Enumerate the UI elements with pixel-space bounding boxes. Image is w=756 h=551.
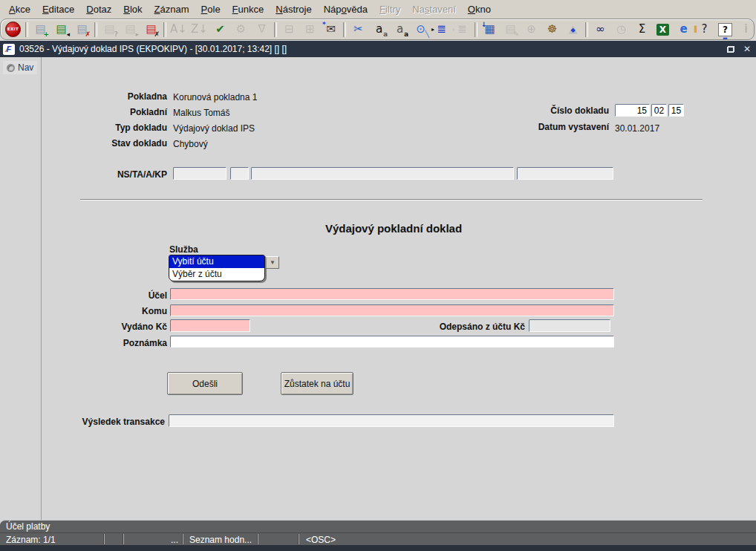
list-of-values-indicator: Seznam hodn... bbox=[189, 535, 252, 545]
ta-field-input[interactable] bbox=[230, 167, 249, 180]
pokladna-label: Pokladna bbox=[19, 91, 167, 102]
toolbar-separator bbox=[585, 22, 588, 37]
restore-icon bbox=[727, 46, 734, 53]
wrench-icon[interactable]: ⚙ bbox=[232, 22, 250, 38]
menu-okno[interactable]: Okno bbox=[462, 1, 497, 17]
vysledek-transakce-input[interactable] bbox=[169, 414, 614, 427]
sluzba-option-2[interactable]: Výběr z účtu bbox=[169, 268, 264, 281]
odesli-button[interactable]: Odešli bbox=[167, 372, 243, 395]
typ-dokladu-value: Výdajový doklad IPS bbox=[173, 123, 255, 134]
ucel-label: Účel bbox=[19, 290, 167, 301]
status-separator bbox=[183, 534, 183, 544]
sort-descending-icon[interactable]: Z↓ bbox=[191, 22, 208, 38]
datum-vystaveni-value: 30.01.2017 bbox=[615, 123, 659, 134]
poznamka-input[interactable] bbox=[170, 336, 614, 348]
menu-funkce[interactable]: Funkce bbox=[227, 1, 270, 17]
status-message: Účel platby bbox=[6, 521, 50, 532]
list-of-values-icon[interactable]: ≣▸ bbox=[433, 22, 450, 38]
info-icon[interactable]: i bbox=[737, 22, 755, 38]
filter-funnel-icon[interactable]: ∇ bbox=[253, 22, 270, 38]
a-field-input[interactable] bbox=[251, 167, 514, 180]
window-titlebar: ⁄F 03526 - Výdajový doklad IPS (EKPOKIPV… bbox=[0, 41, 756, 57]
excel-export-icon[interactable]: X bbox=[654, 22, 671, 38]
toolbar-separator bbox=[163, 22, 166, 37]
browser-icon[interactable]: e bbox=[675, 22, 692, 38]
zoom-magnifier-icon[interactable]: ⊙╲ bbox=[412, 22, 429, 38]
helm-wheel-icon[interactable]: ☸ bbox=[544, 22, 561, 38]
doc-number-part2-input[interactable] bbox=[651, 104, 667, 117]
exit-button[interactable]: EXIT bbox=[4, 22, 22, 38]
ucel-input[interactable] bbox=[170, 288, 614, 300]
help-boxed-icon[interactable]: ?▂ bbox=[717, 22, 734, 38]
menu-nastroje[interactable]: Nástroje bbox=[270, 1, 317, 17]
menu-dotaz[interactable]: Dotaz bbox=[80, 1, 117, 17]
odepsano-input[interactable] bbox=[529, 319, 610, 332]
cut-scissors-icon[interactable]: ✂ bbox=[350, 22, 367, 38]
sluzba-label: Služba bbox=[169, 244, 244, 255]
toolbar-separator bbox=[343, 22, 346, 37]
status-message-bar: Účel platby bbox=[0, 520, 756, 532]
navigator-tab-label: Nav bbox=[18, 62, 33, 73]
vydano-kc-input[interactable] bbox=[170, 319, 250, 332]
menu-filtry[interactable]: Filtry bbox=[374, 1, 406, 17]
clock-icon[interactable]: ◷ bbox=[613, 22, 630, 38]
restore-window-button[interactable] bbox=[725, 44, 737, 55]
komu-input[interactable] bbox=[170, 304, 614, 316]
close-window-button[interactable]: ✕ bbox=[741, 44, 753, 55]
navigator-radio-icon bbox=[7, 64, 15, 72]
doc-number-part1-input[interactable] bbox=[615, 104, 650, 117]
menu-blok[interactable]: Blok bbox=[117, 1, 148, 17]
insert-record-icon[interactable]: ▤+ bbox=[32, 22, 49, 38]
horizontal-separator bbox=[80, 199, 703, 200]
forms-app-icon: ⁄F bbox=[3, 44, 15, 55]
ns-ta-a-kp-label: NS/TA/A/KP bbox=[19, 169, 167, 180]
save-record-icon[interactable]: ▤◂ bbox=[53, 22, 70, 38]
enter-query-icon[interactable]: ▤? bbox=[101, 22, 118, 38]
application-window: AkceEditaceDotazBlokZáznamPoleFunkceNást… bbox=[0, 0, 756, 551]
cancel-query-icon[interactable]: ▤✗ bbox=[143, 22, 160, 38]
help-values-icon[interactable]: ?▌ bbox=[696, 22, 713, 38]
menu-pole[interactable]: Pole bbox=[195, 1, 227, 17]
odepsano-label: Odepsáno z účtu Kč bbox=[371, 322, 525, 332]
edit-document-icon[interactable]: ▤✎ bbox=[502, 22, 519, 38]
alert-triangle-icon[interactable]: ▲◆ bbox=[564, 22, 581, 38]
globe-icon[interactable]: ⊕ bbox=[523, 22, 540, 38]
print-pages-icon[interactable]: ⊞ bbox=[302, 22, 319, 38]
toolbar-separator bbox=[274, 22, 277, 37]
sort-ascending-icon[interactable]: A↓ bbox=[170, 22, 187, 38]
delete-record-icon[interactable]: ▤✗ bbox=[74, 22, 91, 38]
menu-akce[interactable]: Akce bbox=[3, 1, 36, 17]
sum-sigma-icon[interactable]: Σ bbox=[633, 22, 651, 38]
mail-icon[interactable]: ✉* bbox=[322, 22, 339, 38]
clipboard-calendar-icon[interactable]: ▦↓ bbox=[481, 22, 498, 38]
toolbar-separator bbox=[94, 22, 97, 37]
execute-query-icon[interactable]: ▤▸ bbox=[122, 22, 139, 38]
datum-vystaveni-label: Datum vystavení bbox=[462, 122, 609, 132]
status-separator bbox=[123, 534, 124, 544]
tree-list-icon[interactable]: ≣▸ bbox=[454, 22, 471, 38]
navigator-tab[interactable]: Nav bbox=[3, 61, 37, 74]
record-count: Záznam: 1/1 bbox=[6, 535, 56, 545]
ns-field-input[interactable] bbox=[173, 167, 227, 180]
toolbar-separator bbox=[25, 22, 28, 37]
accept-check-icon[interactable]: ✔ bbox=[212, 22, 229, 38]
sluzba-dropdown-list: Vybití účtu Výběr z účtu bbox=[169, 255, 265, 281]
menu-nastaveni[interactable]: Nastavení bbox=[406, 1, 462, 17]
text-convert-back-icon[interactable]: aa bbox=[391, 22, 408, 38]
sluzba-dropdown-button[interactable]: ▼ bbox=[266, 256, 279, 269]
menu-zaznam[interactable]: Záznam bbox=[149, 1, 195, 17]
print-icon[interactable]: ⊟ bbox=[281, 22, 298, 38]
menu-napoveda[interactable]: Nápověda bbox=[318, 1, 374, 17]
stav-dokladu-value: Chybový bbox=[173, 139, 208, 149]
doc-number-part3-input[interactable] bbox=[668, 104, 684, 117]
binoculars-report-icon[interactable]: ∞ bbox=[592, 22, 609, 38]
menu-editace[interactable]: Editace bbox=[36, 1, 80, 17]
pokladna-value: Korunová pokladna 1 bbox=[173, 92, 257, 102]
zustatek-na-uctu-button[interactable]: Zůstatek na účtu bbox=[281, 372, 353, 395]
status-separator bbox=[258, 534, 258, 544]
text-convert-icon[interactable]: aa bbox=[371, 22, 388, 38]
komu-label: Komu bbox=[19, 306, 167, 316]
pokladni-value: Malkus Tomáš bbox=[173, 108, 229, 118]
sluzba-option-selected[interactable]: Vybití účtu bbox=[169, 255, 264, 268]
kp-field-input[interactable] bbox=[517, 167, 613, 180]
